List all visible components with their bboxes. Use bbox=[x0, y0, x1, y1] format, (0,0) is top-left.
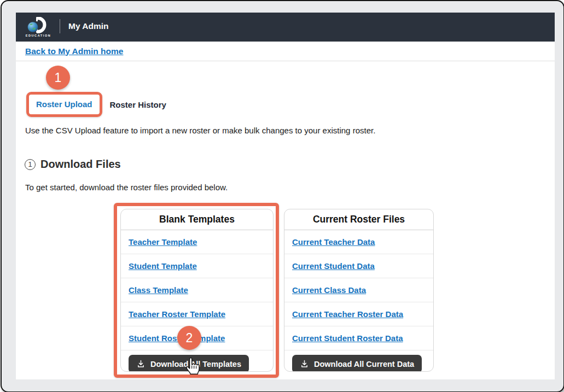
teacher-template-link[interactable]: Teacher Template bbox=[129, 237, 197, 247]
card-title: Current Roster Files bbox=[284, 209, 433, 230]
page-title: My Admin bbox=[68, 21, 108, 31]
tab-bar: Roster Upload Roster History bbox=[26, 92, 166, 117]
app-header: EDUCATION My Admin bbox=[16, 13, 555, 42]
current-teacher-data-link[interactable]: Current Teacher Data bbox=[292, 237, 375, 247]
download-all-templates-button[interactable]: Download All Templates bbox=[129, 355, 249, 372]
card-title: Blank Templates bbox=[121, 209, 273, 230]
screenshot-frame: EDUCATION My Admin Back to My Admin home… bbox=[1, 0, 564, 392]
annotation-box-roster-upload: Roster Upload bbox=[26, 92, 102, 117]
class-template-link[interactable]: Class Template bbox=[129, 285, 188, 295]
list-item: Teacher Roster Template bbox=[121, 302, 273, 326]
download-all-current-data-button[interactable]: Download All Current Data bbox=[292, 355, 422, 372]
download-files-heading: 1 Download Files bbox=[25, 158, 121, 171]
page: EDUCATION My Admin Back to My Admin home… bbox=[16, 13, 555, 379]
download-icon bbox=[136, 359, 146, 368]
back-to-my-admin-home-link[interactable]: Back to My Admin home bbox=[25, 46, 123, 56]
annotation-step-2-number: 2 bbox=[186, 331, 193, 346]
blank-templates-card: Blank Templates Teacher Template Student… bbox=[120, 209, 274, 372]
list-item: Teacher Template bbox=[121, 230, 273, 254]
back-link-bar: Back to My Admin home bbox=[16, 42, 555, 61]
list-item: Current Teacher Data bbox=[284, 230, 433, 254]
current-student-roster-data-link[interactable]: Current Student Roster Data bbox=[292, 334, 403, 343]
globe-d-logo-icon bbox=[26, 17, 50, 33]
header-divider bbox=[60, 19, 60, 33]
list-item: Student Template bbox=[121, 254, 273, 278]
circled-number-icon: 1 bbox=[25, 159, 36, 170]
tab-roster-upload[interactable]: Roster Upload bbox=[36, 100, 92, 109]
list-item: Class Template bbox=[121, 278, 273, 302]
current-roster-files-card: Current Roster Files Current Teacher Dat… bbox=[284, 209, 434, 372]
current-teacher-roster-data-link[interactable]: Current Teacher Roster Data bbox=[292, 309, 403, 319]
intro-text: Use the CSV Upload feature to import a n… bbox=[25, 126, 375, 135]
list-item: Current Student Data bbox=[284, 254, 433, 278]
student-template-link[interactable]: Student Template bbox=[129, 261, 197, 271]
teacher-roster-template-link[interactable]: Teacher Roster Template bbox=[129, 309, 225, 319]
button-label: Download All Current Data bbox=[314, 360, 414, 368]
annotation-step-1-number: 1 bbox=[55, 71, 62, 85]
current-student-data-link[interactable]: Current Student Data bbox=[292, 261, 375, 271]
section-subtitle: To get started, download the roster file… bbox=[25, 183, 228, 192]
list-item: Current Teacher Roster Data bbox=[284, 302, 433, 326]
download-icon bbox=[300, 359, 309, 368]
annotation-step-2-badge: 2 bbox=[177, 326, 201, 350]
tab-roster-history[interactable]: Roster History bbox=[110, 100, 166, 109]
annotation-step-1-badge: 1 bbox=[46, 66, 70, 90]
logo-caption: EDUCATION bbox=[26, 34, 51, 37]
button-label: Download All Templates bbox=[150, 360, 241, 368]
discovery-education-logo: EDUCATION bbox=[24, 17, 53, 37]
list-item: Current Class Data bbox=[284, 278, 433, 302]
current-class-data-link[interactable]: Current Class Data bbox=[292, 285, 366, 295]
section-title: Download Files bbox=[40, 158, 121, 171]
list-item: Current Student Roster Data bbox=[284, 326, 433, 350]
